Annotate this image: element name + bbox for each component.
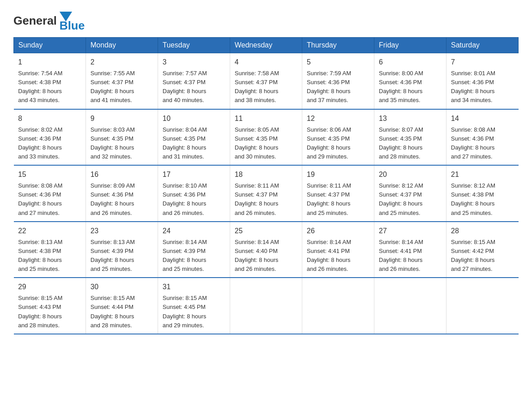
day-info: Sunrise: 8:15 AMSunset: 4:44 PMDaylight:… [90, 294, 153, 330]
day-info: Sunrise: 8:14 AMSunset: 4:39 PMDaylight:… [163, 238, 225, 274]
calendar-empty-cell [302, 278, 374, 334]
day-number: 17 [163, 169, 225, 180]
day-number: 12 [307, 113, 369, 124]
day-info: Sunrise: 8:14 AMSunset: 4:41 PMDaylight:… [307, 238, 369, 274]
day-info: Sunrise: 8:14 AMSunset: 4:40 PMDaylight:… [235, 238, 297, 274]
calendar-empty-cell [230, 278, 302, 334]
calendar-week-row: 8Sunrise: 8:02 AMSunset: 4:36 PMDaylight… [14, 109, 519, 166]
calendar-day-cell: 2Sunrise: 7:55 AMSunset: 4:37 PMDaylight… [86, 53, 158, 109]
weekday-header-saturday: Saturday [446, 38, 519, 53]
logo: General Blue [13, 9, 85, 33]
calendar-week-row: 29Sunrise: 8:15 AMSunset: 4:43 PMDayligh… [14, 278, 519, 334]
calendar-body: 1Sunrise: 7:54 AMSunset: 4:38 PMDaylight… [14, 53, 519, 334]
day-number: 8 [18, 113, 82, 124]
calendar-day-cell: 27Sunrise: 8:14 AMSunset: 4:41 PMDayligh… [374, 222, 446, 278]
day-info: Sunrise: 8:08 AMSunset: 4:36 PMDaylight:… [451, 125, 514, 162]
day-number: 25 [235, 226, 297, 236]
day-info: Sunrise: 8:13 AMSunset: 4:39 PMDaylight:… [90, 238, 153, 274]
day-info: Sunrise: 8:12 AMSunset: 4:37 PMDaylight:… [379, 181, 442, 218]
day-number: 7 [451, 57, 514, 68]
day-info: Sunrise: 8:05 AMSunset: 4:35 PMDaylight:… [235, 125, 297, 162]
calendar-day-cell: 23Sunrise: 8:13 AMSunset: 4:39 PMDayligh… [86, 222, 158, 278]
day-number: 2 [90, 57, 153, 68]
calendar-day-cell: 12Sunrise: 8:06 AMSunset: 4:35 PMDayligh… [302, 109, 374, 166]
calendar-empty-cell [374, 278, 446, 334]
day-info: Sunrise: 7:55 AMSunset: 4:37 PMDaylight:… [90, 69, 153, 105]
day-number: 22 [18, 226, 82, 236]
day-info: Sunrise: 8:15 AMSunset: 4:42 PMDaylight:… [451, 238, 514, 274]
calendar-day-cell: 24Sunrise: 8:14 AMSunset: 4:39 PMDayligh… [158, 222, 230, 278]
day-number: 23 [90, 226, 153, 236]
weekday-header-wednesday: Wednesday [230, 38, 302, 53]
day-info: Sunrise: 8:12 AMSunset: 4:38 PMDaylight:… [451, 181, 514, 218]
day-info: Sunrise: 8:03 AMSunset: 4:35 PMDaylight:… [90, 125, 153, 162]
day-number: 28 [451, 226, 514, 236]
calendar-day-cell: 14Sunrise: 8:08 AMSunset: 4:36 PMDayligh… [446, 109, 519, 166]
day-number: 26 [307, 226, 369, 236]
day-number: 13 [379, 113, 442, 124]
weekday-header-thursday: Thursday [302, 38, 374, 53]
page-header: General Blue [13, 9, 519, 33]
day-number: 21 [451, 169, 514, 180]
calendar-day-cell: 18Sunrise: 8:11 AMSunset: 4:37 PMDayligh… [230, 165, 302, 222]
calendar-day-cell: 16Sunrise: 8:09 AMSunset: 4:36 PMDayligh… [86, 165, 158, 222]
calendar-header: SundayMondayTuesdayWednesdayThursdayFrid… [14, 38, 519, 53]
day-info: Sunrise: 8:10 AMSunset: 4:36 PMDaylight:… [163, 181, 225, 218]
calendar-day-cell: 13Sunrise: 8:07 AMSunset: 4:35 PMDayligh… [374, 109, 446, 166]
calendar-day-cell: 30Sunrise: 8:15 AMSunset: 4:44 PMDayligh… [86, 278, 158, 334]
calendar-week-row: 22Sunrise: 8:13 AMSunset: 4:38 PMDayligh… [14, 222, 519, 278]
day-info: Sunrise: 8:11 AMSunset: 4:37 PMDaylight:… [307, 181, 369, 218]
calendar-day-cell: 20Sunrise: 8:12 AMSunset: 4:37 PMDayligh… [374, 165, 446, 222]
day-number: 4 [235, 57, 297, 68]
calendar-table: SundayMondayTuesdayWednesdayThursdayFrid… [13, 37, 519, 334]
day-info: Sunrise: 8:06 AMSunset: 4:35 PMDaylight:… [307, 125, 369, 162]
calendar-day-cell: 6Sunrise: 8:00 AMSunset: 4:36 PMDaylight… [374, 53, 446, 109]
day-number: 3 [163, 57, 225, 68]
calendar-day-cell: 15Sunrise: 8:08 AMSunset: 4:36 PMDayligh… [14, 165, 86, 222]
day-info: Sunrise: 8:15 AMSunset: 4:45 PMDaylight:… [163, 294, 225, 330]
day-number: 15 [18, 169, 82, 180]
day-info: Sunrise: 8:07 AMSunset: 4:35 PMDaylight:… [379, 125, 442, 162]
day-info: Sunrise: 7:58 AMSunset: 4:37 PMDaylight:… [235, 69, 297, 105]
day-number: 29 [18, 282, 82, 292]
calendar-day-cell: 29Sunrise: 8:15 AMSunset: 4:43 PMDayligh… [14, 278, 86, 334]
calendar-day-cell: 4Sunrise: 7:58 AMSunset: 4:37 PMDaylight… [230, 53, 302, 109]
day-number: 11 [235, 113, 297, 124]
calendar-day-cell: 28Sunrise: 8:15 AMSunset: 4:42 PMDayligh… [446, 222, 519, 278]
day-number: 20 [379, 169, 442, 180]
day-info: Sunrise: 8:04 AMSunset: 4:35 PMDaylight:… [163, 125, 225, 162]
calendar-day-cell: 21Sunrise: 8:12 AMSunset: 4:38 PMDayligh… [446, 165, 519, 222]
day-info: Sunrise: 8:01 AMSunset: 4:36 PMDaylight:… [451, 69, 514, 105]
calendar-day-cell: 17Sunrise: 8:10 AMSunset: 4:36 PMDayligh… [158, 165, 230, 222]
calendar-day-cell: 8Sunrise: 8:02 AMSunset: 4:36 PMDaylight… [14, 109, 86, 166]
day-info: Sunrise: 8:09 AMSunset: 4:36 PMDaylight:… [90, 181, 153, 218]
day-number: 5 [307, 57, 369, 68]
day-number: 1 [18, 57, 82, 68]
calendar-day-cell: 22Sunrise: 8:13 AMSunset: 4:38 PMDayligh… [14, 222, 86, 278]
weekday-header-monday: Monday [86, 38, 158, 53]
day-info: Sunrise: 7:57 AMSunset: 4:37 PMDaylight:… [163, 69, 225, 105]
weekday-header-row: SundayMondayTuesdayWednesdayThursdayFrid… [14, 38, 519, 53]
day-number: 31 [163, 282, 225, 292]
weekday-header-tuesday: Tuesday [158, 38, 230, 53]
day-number: 27 [379, 226, 442, 236]
calendar-day-cell: 3Sunrise: 7:57 AMSunset: 4:37 PMDaylight… [158, 53, 230, 109]
calendar-day-cell: 11Sunrise: 8:05 AMSunset: 4:35 PMDayligh… [230, 109, 302, 166]
calendar-day-cell: 5Sunrise: 7:59 AMSunset: 4:36 PMDaylight… [302, 53, 374, 109]
day-info: Sunrise: 8:00 AMSunset: 4:36 PMDaylight:… [379, 69, 442, 105]
weekday-header-sunday: Sunday [14, 38, 86, 53]
calendar-empty-cell [446, 278, 519, 334]
logo-general-text: General [13, 14, 57, 28]
day-number: 18 [235, 169, 297, 180]
calendar-week-row: 1Sunrise: 7:54 AMSunset: 4:38 PMDaylight… [14, 53, 519, 109]
day-info: Sunrise: 7:59 AMSunset: 4:36 PMDaylight:… [307, 69, 369, 105]
day-number: 6 [379, 57, 442, 68]
calendar-day-cell: 25Sunrise: 8:14 AMSunset: 4:40 PMDayligh… [230, 222, 302, 278]
calendar-week-row: 15Sunrise: 8:08 AMSunset: 4:36 PMDayligh… [14, 165, 519, 222]
calendar-day-cell: 19Sunrise: 8:11 AMSunset: 4:37 PMDayligh… [302, 165, 374, 222]
day-number: 14 [451, 113, 514, 124]
day-number: 16 [90, 169, 153, 180]
weekday-header-friday: Friday [374, 38, 446, 53]
day-number: 24 [163, 226, 225, 236]
calendar-day-cell: 26Sunrise: 8:14 AMSunset: 4:41 PMDayligh… [302, 222, 374, 278]
